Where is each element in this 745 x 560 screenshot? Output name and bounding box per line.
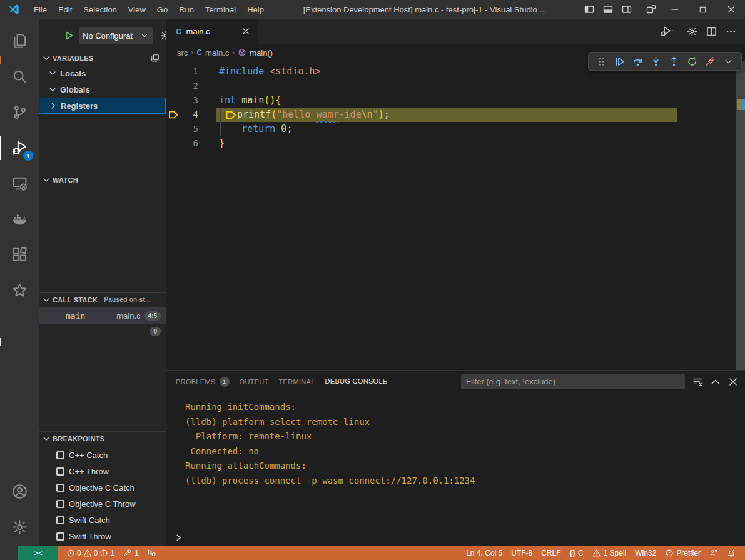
panel-tab-debug-console[interactable]: DEBUG CONSOLE xyxy=(325,371,388,392)
checkbox-unchecked[interactable] xyxy=(56,500,64,508)
checkbox-unchecked[interactable] xyxy=(56,451,64,459)
copy-value-icon[interactable] xyxy=(151,54,160,62)
menu-view[interactable]: View xyxy=(123,0,151,19)
restart-icon[interactable] xyxy=(683,53,701,69)
stack-frame-row[interactable]: main main.c 4:5 xyxy=(39,308,166,324)
tools-status[interactable]: 1 xyxy=(119,546,143,560)
checkbox-unchecked[interactable] xyxy=(56,516,64,524)
formatter-status[interactable]: Prettier xyxy=(661,546,705,560)
gutter-glyph-margin[interactable] xyxy=(166,64,182,79)
activity-item-remote-explorer[interactable] xyxy=(0,166,39,201)
variables-item-registers[interactable]: Registers xyxy=(39,98,166,114)
menu-go[interactable]: Go xyxy=(151,0,173,19)
breakpoint-objective-c-throw[interactable]: Objective C Throw xyxy=(39,496,166,512)
panel-tab-terminal[interactable]: TERMINAL xyxy=(279,371,315,392)
debug-status[interactable] xyxy=(143,546,161,560)
code-line-4[interactable]: 4printf("hello wamr-ide\n"); xyxy=(166,108,745,122)
activity-item-run-and-debug[interactable]: 1 xyxy=(0,130,39,166)
breakpoint-swift-catch[interactable]: Swift Catch xyxy=(39,512,166,528)
gutter-glyph-margin[interactable] xyxy=(166,122,182,136)
configure-gear-icon[interactable] xyxy=(160,31,166,41)
gutter-glyph-margin[interactable] xyxy=(166,136,182,151)
maximize-panel-icon[interactable] xyxy=(710,376,721,388)
more-actions-button[interactable] xyxy=(726,26,736,37)
step-out-icon[interactable] xyxy=(665,53,683,69)
tab-main-c[interactable]: C main.c xyxy=(166,19,257,44)
menu-terminal[interactable]: Terminal xyxy=(200,0,241,19)
breakpoint-c-catch[interactable]: C++ Catch xyxy=(39,447,166,463)
maximize-button[interactable] xyxy=(689,0,717,19)
breakpoint-c-throw[interactable]: C++ Throw xyxy=(39,463,166,479)
menu-run[interactable]: Run xyxy=(173,0,200,19)
menu-selection[interactable]: Selection xyxy=(78,0,122,19)
eol-status[interactable]: CRLF xyxy=(537,546,565,560)
code-line-2[interactable]: 2 xyxy=(166,79,745,93)
close-tab-icon[interactable] xyxy=(241,26,251,36)
activity-item-docker[interactable] xyxy=(0,201,39,237)
activity-item-accounts[interactable] xyxy=(0,474,39,509)
activity-item-source-control[interactable] xyxy=(0,94,39,130)
continue-icon[interactable] xyxy=(611,53,629,69)
customize-layout-button[interactable] xyxy=(642,0,661,19)
breakpoints-section-header[interactable]: BREAKPOINTS xyxy=(39,431,166,445)
spell-checker-status[interactable]: 1 Spell xyxy=(588,546,631,560)
code-line-3[interactable]: 3int main(){ xyxy=(166,93,745,108)
settings-button[interactable] xyxy=(687,26,697,37)
thread-row[interactable]: 0 xyxy=(39,324,166,339)
close-window-button[interactable] xyxy=(717,0,745,19)
minimize-button[interactable] xyxy=(661,0,689,19)
code-editor[interactable]: 1#include <stdio.h>23int main(){4printf(… xyxy=(166,61,745,370)
activity-item-search[interactable] xyxy=(0,59,39,94)
breakpoint-objective-c-catch[interactable]: Objective C Catch xyxy=(39,479,166,496)
variables-item-globals[interactable]: Globals xyxy=(39,81,166,98)
problems-status[interactable]: 0 0 1 xyxy=(62,546,119,560)
close-panel-icon[interactable] xyxy=(727,376,739,388)
notifications-status[interactable] xyxy=(722,546,740,560)
code-line-6[interactable]: 6} xyxy=(166,136,745,151)
step-into-icon[interactable] xyxy=(647,53,665,69)
variables-item-locals[interactable]: Locals xyxy=(39,65,166,81)
checkbox-unchecked[interactable] xyxy=(56,468,64,476)
split-editor-button[interactable] xyxy=(706,26,717,37)
watch-section-header[interactable]: WATCH xyxy=(39,172,166,186)
checkbox-unchecked[interactable] xyxy=(56,532,64,541)
call-stack-section-header[interactable]: CALL STACK Paused on st... xyxy=(39,292,166,306)
activity-item-settings[interactable] xyxy=(0,509,39,545)
encoding-status[interactable]: UTF-8 xyxy=(507,546,537,560)
panel-tab-output[interactable]: OUTPUT xyxy=(240,371,269,392)
step-over-icon[interactable] xyxy=(629,53,647,69)
menu-edit[interactable]: Edit xyxy=(53,0,78,19)
menu-help[interactable]: Help xyxy=(241,0,270,19)
menu-file[interactable]: File xyxy=(28,0,53,19)
breakpoint-swift-throw[interactable]: Swift Throw xyxy=(39,528,166,544)
cursor-position-status[interactable]: Ln 4, Col 5 xyxy=(462,546,507,560)
code-line-5[interactable]: 5 return 0; xyxy=(166,122,745,136)
console-filter-input[interactable] xyxy=(461,374,685,389)
current-instruction-arrow-icon[interactable] xyxy=(166,108,182,122)
feedback-status[interactable] xyxy=(705,546,722,560)
toggle-sidebar-button[interactable] xyxy=(580,0,599,19)
start-debugging-icon[interactable] xyxy=(64,31,74,41)
panel-tab-problems[interactable]: PROBLEMS1 xyxy=(176,371,230,392)
activity-item-favorites[interactable] xyxy=(0,272,39,308)
gutter-glyph-margin[interactable] xyxy=(166,79,182,93)
breadcrumb-symbol[interactable]: main() xyxy=(250,48,273,58)
gutter-glyph-margin[interactable] xyxy=(166,93,182,108)
disconnect-icon[interactable] xyxy=(701,53,719,69)
variables-section-header[interactable]: VARIABLES xyxy=(39,51,166,65)
run-or-debug-button[interactable] xyxy=(661,26,678,37)
breadcrumb-file[interactable]: main.c xyxy=(205,48,229,58)
activity-item-extensions[interactable] xyxy=(0,237,39,272)
language-mode-status[interactable]: {} C xyxy=(565,546,588,560)
toggle-secondary-sidebar-button[interactable] xyxy=(617,0,636,19)
activity-item-explorer[interactable] xyxy=(0,23,39,59)
clear-console-icon[interactable] xyxy=(692,376,704,388)
debug-console-input[interactable] xyxy=(166,529,745,546)
launch-configuration-dropdown[interactable]: No Configurat xyxy=(79,28,153,44)
checkbox-unchecked[interactable] xyxy=(56,484,64,492)
chevron-down-icon[interactable] xyxy=(719,53,737,69)
platform-status[interactable]: Win32 xyxy=(631,546,661,560)
toggle-panel-button[interactable] xyxy=(599,0,617,19)
breadcrumb-folder[interactable]: src xyxy=(177,48,188,58)
remote-indicator[interactable]: >< xyxy=(18,546,58,560)
